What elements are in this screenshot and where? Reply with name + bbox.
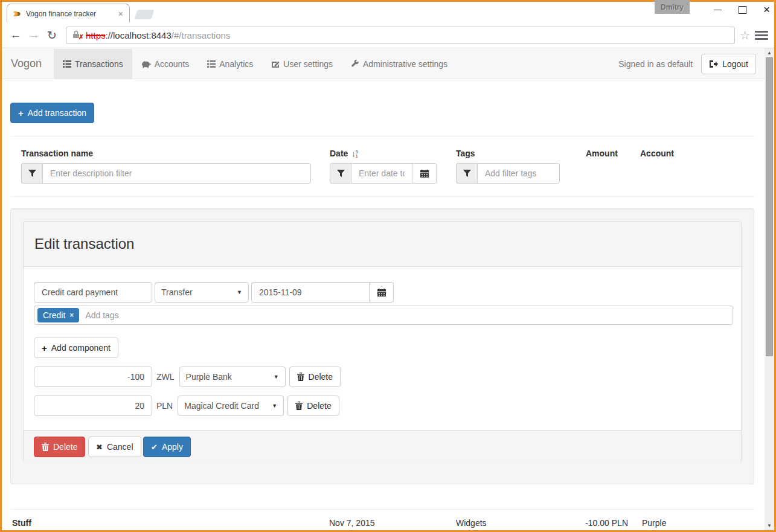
delete-transaction-button[interactable]: Delete: [34, 437, 85, 457]
tab-analytics[interactable]: Analytics: [198, 49, 262, 79]
tab-close-icon[interactable]: ×: [117, 9, 124, 19]
row-account: Purple: [642, 518, 666, 528]
url-path: /#/transactions: [172, 30, 231, 40]
piggy-bank-icon: [141, 60, 151, 68]
remove-tag-icon[interactable]: ×: [69, 311, 74, 319]
component-amount-input[interactable]: [34, 367, 152, 387]
transaction-type-select[interactable]: Transfer ▼: [155, 282, 249, 303]
calendar-icon: [377, 289, 386, 296]
browser-toolbar: ← → ↻ ✗ https://localhost:8443/#/transac…: [2, 22, 774, 48]
panel-footer: Delete ✖ Cancel ✔ Apply: [24, 430, 741, 463]
add-component-button[interactable]: + Add component: [34, 338, 118, 358]
date-filter-group: [330, 163, 437, 184]
bookmark-star-icon[interactable]: ☆: [740, 28, 750, 42]
page-scrollbar[interactable]: ▲ ▼: [765, 48, 774, 530]
tab-admin-settings[interactable]: Administrative settings: [342, 49, 457, 79]
plus-icon: +: [42, 343, 47, 353]
brand[interactable]: Vogon: [2, 49, 51, 79]
column-header-date[interactable]: Date↓91: [330, 149, 358, 158]
delete-component-button[interactable]: Delete: [289, 367, 341, 387]
calendar-button[interactable]: [370, 282, 394, 303]
tab-label: Accounts: [155, 59, 190, 69]
add-transaction-button[interactable]: + Add transaction: [10, 103, 94, 123]
signed-in-text: Signed in as default: [618, 59, 693, 69]
tags-placeholder: Add tags: [85, 310, 118, 320]
column-header-tags: Tags: [456, 149, 475, 158]
scroll-up-icon[interactable]: ▲: [765, 48, 774, 57]
window-close-button[interactable]: ×: [763, 2, 770, 17]
cancel-button[interactable]: ✖ Cancel: [88, 437, 141, 457]
name-filter-group: [21, 163, 311, 184]
caret-down-icon: ▼: [272, 403, 277, 409]
tags-input[interactable]: Credit × Add tags: [34, 306, 733, 325]
plus-icon: +: [18, 108, 24, 118]
filter-funnel-icon: [456, 163, 477, 184]
calendar-icon: [420, 170, 429, 178]
column-header-name: Transaction name: [21, 149, 93, 158]
divider: [10, 509, 754, 510]
browser-menu-icon[interactable]: [755, 29, 768, 42]
component-row: ZWL Purple Bank ▼ Delete: [34, 367, 341, 387]
tab-label: Transactions: [75, 59, 123, 69]
new-tab-button[interactable]: [134, 10, 154, 19]
check-icon: ✔: [151, 443, 158, 452]
maximize-button[interactable]: [739, 6, 746, 14]
date-input-group: [251, 282, 394, 303]
wrench-icon: [351, 60, 359, 68]
url-bar[interactable]: ✗ https://localhost:8443/#/transactions: [66, 27, 735, 44]
date-input[interactable]: [251, 282, 370, 303]
tab-user-settings[interactable]: User settings: [262, 49, 342, 79]
back-button[interactable]: ←: [7, 28, 25, 42]
edit-transaction-well: Edit transaction Transfer ▼: [10, 208, 754, 484]
panel-title: Edit transaction: [34, 236, 134, 252]
tab-transactions[interactable]: Transactions: [54, 49, 132, 79]
description-filter-input[interactable]: [42, 163, 311, 184]
trash-icon: [42, 443, 49, 451]
scrollbar-thumb[interactable]: [766, 57, 773, 356]
favicon-icon: [12, 9, 22, 19]
description-input[interactable]: [34, 282, 152, 303]
minimize-button[interactable]: —: [714, 2, 722, 17]
tags-filter-input[interactable]: [477, 163, 560, 184]
edit-transaction-panel: Edit transaction Transfer ▼: [23, 221, 742, 463]
reload-button[interactable]: ↻: [43, 28, 61, 42]
column-header-account: Account: [640, 149, 674, 158]
component-account-select[interactable]: Purple Bank ▼: [179, 367, 286, 387]
browser-tab[interactable]: Vogon finance tracker ×: [7, 4, 130, 23]
component-amount-input[interactable]: [34, 396, 152, 416]
filter-funnel-icon: [330, 163, 351, 184]
calendar-button[interactable]: [412, 163, 437, 184]
panel-heading: Edit transaction: [24, 222, 741, 267]
logout-icon: [709, 60, 718, 68]
caret-down-icon: ▼: [237, 289, 242, 295]
caret-down-icon: ▼: [274, 374, 279, 380]
currency-label: ZWL: [156, 372, 175, 382]
app-navbar: Vogon Transactions Accounts: [2, 49, 765, 79]
tab-accounts[interactable]: Accounts: [132, 49, 199, 79]
browser-window: Vogon finance tracker × Dmitry — × ← → ↻…: [0, 0, 776, 532]
trash-icon: [297, 373, 304, 381]
tag-credit: Credit ×: [37, 308, 79, 322]
vm-user-badge: Dmitry: [655, 0, 690, 14]
edit-icon: [271, 60, 280, 68]
row-name: Stuff: [12, 518, 31, 528]
forward-button[interactable]: →: [25, 28, 43, 42]
tags-filter-group: [456, 163, 560, 184]
url-host: ://localhost:8443: [106, 30, 172, 40]
transaction-row[interactable]: Stuff Nov 7, 2015 Widgets -10.00 PLN Pur…: [2, 517, 765, 530]
scroll-down-icon[interactable]: ▼: [765, 521, 774, 530]
component-account-select[interactable]: Magical Credit Card ▼: [178, 396, 284, 416]
apply-button[interactable]: ✔ Apply: [143, 437, 191, 457]
divider: [10, 136, 754, 136]
trash-icon: [295, 402, 303, 410]
date-filter-input[interactable]: [351, 163, 412, 184]
sort-numeric-desc-icon: ↓91: [351, 149, 358, 158]
insecure-lock-icon[interactable]: ✗: [72, 30, 82, 40]
component-row: PLN Magical Credit Card ▼ Delete: [34, 396, 339, 416]
list-icon: [207, 60, 216, 68]
logout-button[interactable]: Logout: [701, 54, 756, 74]
tab-title: Vogon finance tracker: [26, 10, 117, 18]
filter-funnel-icon: [21, 163, 42, 184]
delete-component-button[interactable]: Delete: [287, 396, 339, 416]
window-controls: — ×: [714, 2, 770, 17]
